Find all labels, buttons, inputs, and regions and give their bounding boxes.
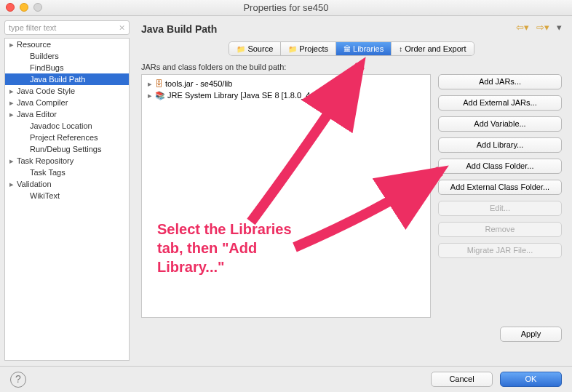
add-jars-button[interactable]: Add JARs... [438,74,562,89]
list-label: JARs and class folders on the build path… [141,63,562,71]
dialog-footer: ? Cancel OK [0,366,572,392]
tree-item-wikitext[interactable]: WikiText [5,190,129,201]
tree-item-task-repository[interactable]: ▸Task Repository [5,155,129,167]
add-external-class-folder-button[interactable]: Add External Class Folder... [438,180,562,195]
list-item-jre[interactable]: ▸📚 JRE System Library [Java SE 8 [1.8.0_… [145,89,427,101]
maximize-window-button [33,3,42,12]
content-pane: Java Build Path ⇦▾ ⇨▾ ▾ 📁Source 📁Project… [134,16,572,365]
order-icon: ↕ [399,45,402,53]
window-title: Properties for se450 [0,0,572,16]
category-tree[interactable]: ▸Resource Builders FindBugs Java Build P… [4,38,130,361]
page-title: Java Build Path [141,23,562,35]
add-library-button[interactable]: Add Library... [438,137,562,153]
tree-item-javadoc-location[interactable]: Javadoc Location [5,120,129,132]
tree-item-resource[interactable]: ▸Resource [5,39,129,50]
add-external-jars-button[interactable]: Add External JARs... [438,95,562,111]
tab-bar: 📁Source 📁Projects 🏛Libraries ↕Order and … [141,42,562,55]
tree-item-validation[interactable]: ▸Validation [5,178,129,190]
remove-button: Remove [438,222,562,237]
forward-icon[interactable]: ⇨▾ [536,22,549,33]
apply-button[interactable]: Apply [500,327,562,342]
page-toolbar: ⇦▾ ⇨▾ ▾ [516,22,562,33]
traffic-lights [6,3,42,12]
tree-item-run-debug[interactable]: Run/Debug Settings [5,143,129,155]
clear-filter-icon[interactable]: ⨯ [119,23,125,33]
library-icon: 📚 [155,91,165,100]
tab-order-export[interactable]: ↕Order and Export [392,42,473,55]
tab-projects[interactable]: 📁Projects [281,42,336,55]
tree-item-builders[interactable]: Builders [5,50,129,62]
tab-source[interactable]: 📁Source [229,42,281,55]
close-window-button[interactable] [6,3,15,12]
migrate-jar-button: Migrate JAR File... [438,243,562,258]
jar-icon: 🗄 [155,79,163,88]
minimize-window-button[interactable] [20,3,28,12]
edit-button: Edit... [438,201,562,216]
cancel-button[interactable]: Cancel [431,372,493,387]
help-icon[interactable]: ? [10,372,26,388]
button-column: Add JARs... Add External JARs... Add Var… [438,74,562,318]
tree-item-project-references[interactable]: Project References [5,132,129,143]
projects-icon: 📁 [288,45,297,53]
tree-item-task-tags[interactable]: Task Tags [5,167,129,178]
view-menu-icon[interactable]: ▾ [557,22,562,33]
tree-item-java-build-path[interactable]: Java Build Path [5,73,129,85]
classpath-list[interactable]: ▸🗄 tools.jar - se450/lib ▸📚 JRE System L… [141,74,431,318]
add-variable-button[interactable]: Add Variable... [438,116,562,132]
sidebar: type filter text ⨯ ▸Resource Builders Fi… [0,16,134,365]
libraries-icon: 🏛 [343,45,351,53]
tree-item-java-compiler[interactable]: ▸Java Compiler [5,97,129,108]
filter-input[interactable]: type filter text ⨯ [4,20,130,35]
titlebar: Properties for se450 [0,0,572,16]
tree-item-findbugs[interactable]: FindBugs [5,62,129,73]
filter-placeholder: type filter text [9,23,56,32]
back-icon[interactable]: ⇦▾ [516,22,529,33]
tab-libraries[interactable]: 🏛Libraries [336,42,392,55]
tree-item-java-editor[interactable]: ▸Java Editor [5,108,129,120]
add-class-folder-button[interactable]: Add Class Folder... [438,159,562,174]
source-icon: 📁 [237,45,245,53]
ok-button[interactable]: OK [500,372,562,387]
list-item-jar[interactable]: ▸🗄 tools.jar - se450/lib [145,78,427,89]
tree-item-java-code-style[interactable]: ▸Java Code Style [5,85,129,97]
